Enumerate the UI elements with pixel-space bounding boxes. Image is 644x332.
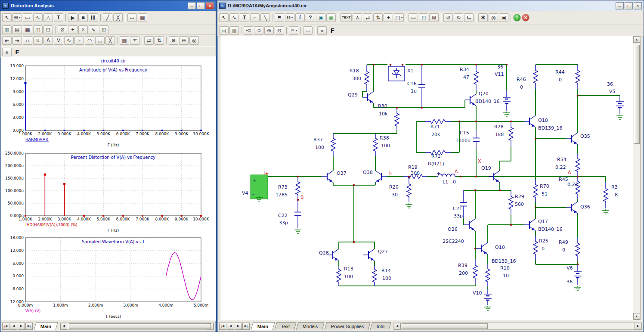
sphere-icon[interactable]: ● bbox=[317, 26, 327, 35]
collapse-pane-icon[interactable]: ⊟ bbox=[43, 25, 53, 34]
border-icon[interactable]: ▭ bbox=[409, 13, 418, 22]
tab-models[interactable]: Models bbox=[296, 322, 325, 330]
top-icon[interactable]: ◠ bbox=[85, 36, 94, 45]
smooth-icon[interactable]: ∿ bbox=[89, 25, 98, 34]
inflection-icon[interactable]: ∿ bbox=[64, 36, 74, 45]
high-icon[interactable]: Λ bbox=[43, 36, 53, 45]
table-grid-icon[interactable]: ▦ bbox=[23, 25, 32, 34]
run-icon[interactable]: ▶ bbox=[68, 13, 77, 22]
waveform-buffer-icon[interactable]: ∿ bbox=[33, 13, 43, 22]
x-axis-icon[interactable]: ⇄ bbox=[144, 36, 154, 45]
valley-icon[interactable]: ∪ bbox=[33, 36, 43, 45]
box-zoom-in-icon[interactable]: +▢ bbox=[244, 26, 253, 35]
stop-icon[interactable]: ■ bbox=[78, 13, 88, 22]
flip-v-icon[interactable]: ⇅ bbox=[373, 13, 383, 22]
prev-page-button[interactable]: ◀ bbox=[10, 323, 17, 330]
picture-icon[interactable]: ▦ bbox=[326, 13, 336, 22]
select-arrow-icon[interactable]: ↖ bbox=[2, 13, 12, 22]
maximize-button[interactable]: □ bbox=[197, 2, 205, 9]
y-axis-icon[interactable]: ⇅ bbox=[155, 36, 164, 45]
add-point-icon[interactable]: + bbox=[68, 25, 77, 34]
vertical-scrollbar[interactable]: ▲ ▼ bbox=[633, 36, 641, 320]
first-page-button[interactable]: |◀ bbox=[2, 323, 9, 330]
scroll-down-icon[interactable]: ▼ bbox=[633, 313, 640, 320]
tab-text[interactable]: Text bbox=[274, 322, 297, 330]
info-icon[interactable]: i bbox=[295, 13, 305, 22]
rotate-cw-icon[interactable]: ↻ bbox=[454, 13, 463, 22]
right-titlebar[interactable]: ∿ D:\MC9\DATA\MyAmps\circuit40.cir – □ × bbox=[217, 0, 644, 11]
crosshair-icon[interactable]: + bbox=[384, 13, 393, 22]
zoom-fit-icon[interactable]: ◎ bbox=[189, 36, 199, 45]
first-page-button[interactable]: |◀ bbox=[219, 323, 226, 330]
last-page-button[interactable]: ▶| bbox=[242, 323, 250, 330]
pause-icon[interactable]: ▌▌ bbox=[89, 13, 98, 22]
scale-cross-icon[interactable]: ╳ bbox=[113, 13, 123, 22]
zoom-out-icon[interactable]: ⊖ bbox=[275, 26, 284, 35]
wire-mode-icon[interactable]: ⌐ bbox=[250, 13, 260, 22]
ok-green-icon[interactable]: ! bbox=[513, 14, 521, 22]
trim-icon[interactable]: ⊘ bbox=[58, 25, 67, 34]
dropdown-arrow-icon[interactable]: ▾ bbox=[296, 29, 297, 32]
component-mode-icon[interactable]: ∿ bbox=[229, 13, 239, 22]
help-icon[interactable]: ? bbox=[306, 13, 315, 22]
left-horizontal-scrollbar[interactable]: ◀ ▶ bbox=[60, 323, 214, 330]
dropdown-arrow-icon[interactable]: ▾ bbox=[19, 16, 21, 19]
close-button[interactable]: × bbox=[206, 2, 214, 9]
region-select-icon[interactable]: ▭ bbox=[23, 13, 32, 22]
page-copy-icon[interactable]: ▥ bbox=[229, 26, 239, 35]
grid-options-icon[interactable]: ▢▾ bbox=[394, 13, 404, 22]
page-add-icon[interactable]: ▤ bbox=[219, 26, 229, 35]
title-block-icon[interactable]: ⊡ bbox=[419, 13, 428, 22]
numeric-output-icon[interactable]: ▦ bbox=[120, 36, 129, 45]
sphere-icon[interactable]: ● bbox=[2, 48, 12, 56]
dropdown-arrow-icon[interactable]: ▾ bbox=[291, 16, 293, 19]
error-red-icon[interactable]: × bbox=[522, 14, 529, 22]
schematic-canvas[interactable]: R18300Q29R3010kX1C161uR344736V11Q20BD140… bbox=[221, 36, 633, 321]
flag-icon[interactable]: ⚑ bbox=[275, 13, 284, 22]
maximize-button[interactable]: □ bbox=[625, 2, 633, 9]
minimize-button[interactable]: – bbox=[188, 2, 196, 9]
scroll-thumb[interactable] bbox=[69, 323, 211, 329]
zoom-in-icon[interactable]: ⊕ bbox=[169, 36, 178, 45]
peak-icon[interactable]: ∩ bbox=[23, 36, 32, 45]
grid-icon[interactable]: ▦ bbox=[138, 13, 147, 22]
cursor-left-icon[interactable]: ⇤ bbox=[2, 36, 12, 45]
cursor-region-icon[interactable]: ⊠ bbox=[429, 13, 439, 22]
next-page-button[interactable]: ▶ bbox=[235, 323, 242, 330]
scroll-right-icon[interactable]: ▶ bbox=[635, 323, 641, 329]
properties-icon[interactable]: ⊞ bbox=[99, 25, 108, 34]
node-voltage-icon[interactable]: ∧ bbox=[353, 13, 362, 22]
flag-goto-icon[interactable]: ⚑▾ bbox=[289, 26, 298, 35]
box-tool-icon[interactable]: ▭ bbox=[127, 13, 137, 22]
crossing-icon[interactable]: ╳ bbox=[105, 36, 115, 45]
scroll-thumb[interactable] bbox=[634, 45, 640, 144]
flip-h-icon[interactable]: ⇄ bbox=[363, 13, 372, 22]
dropdown-arrow-icon[interactable]: ▾ bbox=[401, 16, 403, 19]
close-button[interactable]: × bbox=[634, 2, 642, 9]
tab-main[interactable]: Main bbox=[251, 322, 275, 330]
formula-f-label[interactable]: F bbox=[328, 26, 337, 35]
animate-icon[interactable]: ◉ bbox=[316, 13, 325, 22]
gd-icon[interactable]: ≈ bbox=[74, 36, 84, 45]
zoom-in-icon[interactable]: ⊕ bbox=[264, 26, 274, 35]
zoom-area-icon[interactable]: ▣ bbox=[499, 13, 508, 22]
select-arrow-icon[interactable]: ↖ bbox=[219, 13, 229, 22]
bottom-icon[interactable]: ◡ bbox=[95, 36, 105, 45]
single-pane-icon[interactable]: ▥ bbox=[2, 25, 12, 34]
text-tool-icon[interactable]: T bbox=[54, 13, 63, 22]
low-icon[interactable]: V bbox=[54, 36, 63, 45]
line-tool-icon[interactable]: ╱ bbox=[103, 13, 112, 22]
rotate-ccw-icon[interactable]: ↺ bbox=[443, 13, 453, 22]
right-horizontal-scrollbar[interactable]: ◀ ▶ bbox=[393, 323, 642, 330]
color-icon[interactable]: ✱ bbox=[478, 13, 488, 22]
tab-info[interactable]: Info bbox=[370, 322, 391, 330]
p-key-icon[interactable]: 'P' bbox=[130, 36, 139, 45]
pan-page-icon[interactable]: ▭ bbox=[303, 26, 313, 35]
delete-point-icon[interactable]: × bbox=[78, 25, 88, 34]
text-stencil-icon[interactable]: TEXT bbox=[341, 13, 352, 22]
scroll-up-icon[interactable]: ▲ bbox=[633, 36, 640, 43]
analysis-plot-area[interactable]: 15.00012.0009.0006.0003.0000.0001.000K2.… bbox=[1, 56, 216, 321]
part-browser-icon[interactable]: 68▾ bbox=[285, 13, 294, 22]
find-icon[interactable]: ◎ bbox=[489, 13, 498, 22]
text-mode-icon[interactable]: T bbox=[240, 13, 249, 22]
